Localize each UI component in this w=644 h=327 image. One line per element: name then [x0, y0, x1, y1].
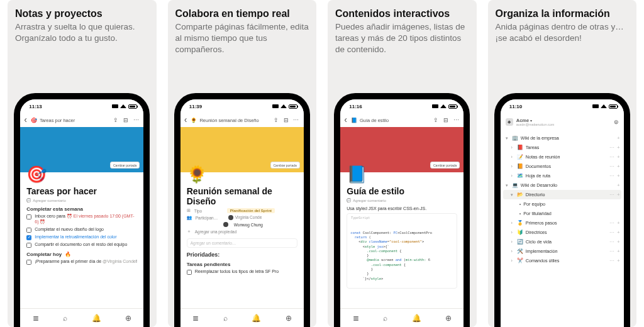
change-cover-button[interactable]: Cambiar portada: [270, 162, 300, 169]
checkbox[interactable]: [26, 228, 31, 233]
add-icon[interactable]: +: [617, 164, 620, 169]
home-icon[interactable]: ≣: [33, 314, 39, 323]
add-icon[interactable]: +: [617, 239, 620, 245]
search-icon[interactable]: ⌕: [383, 314, 387, 323]
notifications-icon[interactable]: 🔔: [252, 314, 261, 323]
checkbox-checked[interactable]: [26, 235, 31, 240]
comments-icon[interactable]: ⊟: [282, 116, 290, 124]
add-icon[interactable]: +: [617, 154, 620, 160]
more-icon[interactable]: ⋯: [609, 220, 614, 226]
more-icon[interactable]: ⋯: [609, 192, 614, 197]
todo-item[interactable]: Completar el nuevo diseño del logo: [26, 227, 137, 233]
add-property-link[interactable]: ＋Agregar una propiedad: [187, 229, 297, 235]
add-icon[interactable]: +: [617, 220, 620, 226]
checkbox[interactable]: [187, 270, 192, 275]
more-icon[interactable]: ⋯: [609, 145, 614, 150]
home-icon[interactable]: ≣: [353, 314, 359, 323]
cover-banner[interactable]: Cambiar portada 🌻: [180, 127, 304, 172]
chevron-right-icon[interactable]: ›: [509, 230, 514, 235]
chevron-down-icon[interactable]: ▾: [504, 136, 509, 141]
change-cover-button[interactable]: Cambiar portada: [430, 162, 460, 169]
new-page-icon[interactable]: ⊕: [125, 314, 131, 323]
more-icon[interactable]: ⋯: [609, 154, 614, 160]
tree-subitem[interactable]: Por equipo: [503, 199, 621, 209]
title-bar[interactable]: 🎯 Tareas por hacer ⇪ ⊟ ⋯: [20, 113, 143, 127]
share-icon[interactable]: ⇪: [432, 116, 440, 124]
tree-item[interactable]: › 🔄 Ciclo de vida ⋯+: [503, 237, 621, 247]
add-icon[interactable]: +: [617, 248, 620, 254]
new-page-icon[interactable]: ⊕: [445, 314, 452, 323]
tree-group[interactable]: ▾ 💻 Wiki de Desarrollo +: [503, 180, 621, 190]
notifications-icon[interactable]: 🔔: [92, 314, 101, 323]
code-block[interactable]: TypeScript const CoolComponent: FC<CoolC…: [347, 213, 457, 289]
change-cover-button[interactable]: Cambiar portada: [110, 162, 140, 169]
chevron-right-icon[interactable]: ›: [509, 249, 514, 253]
share-icon[interactable]: ⇪: [112, 116, 119, 124]
add-comment-link[interactable]: 💬 Agregar comentario: [347, 198, 457, 202]
cover-banner[interactable]: Cambiar portada 📘: [340, 127, 464, 172]
tree-item[interactable]: › 🔰 Directrices ⋯+: [503, 228, 621, 237]
page-emoji-icon[interactable]: 🌻: [187, 166, 207, 182]
more-icon[interactable]: ⋯: [292, 116, 300, 124]
tree-item[interactable]: › 🛠️ Implementación ⋯+: [503, 247, 621, 256]
todo-item[interactable]: Inbox cero para ⏰ El viernes pasado 17:0…: [26, 214, 137, 225]
property-row-participants[interactable]: 👥Participan… Virginia Conde: [187, 215, 297, 220]
tree-subitem[interactable]: Por titularidad: [503, 209, 621, 218]
property-row-type[interactable]: ⊞Tipo Planificación del Sprint: [187, 208, 297, 213]
add-icon[interactable]: +: [617, 230, 620, 235]
tree-item-selected[interactable]: ▾ 📂 Directorio ⋯+: [503, 190, 621, 199]
type-chip[interactable]: Planificación del Sprint: [227, 208, 275, 213]
search-icon[interactable]: ⌕: [223, 314, 228, 323]
share-icon[interactable]: ⇪: [272, 116, 280, 124]
title-bar[interactable]: 🌻 Reunión semanal de Diseño ⇪ ⊟ ⋯: [180, 113, 304, 127]
add-icon[interactable]: +: [617, 135, 620, 141]
participant-row[interactable]: Wonwog Chung: [187, 222, 297, 227]
chevron-right-icon[interactable]: ›: [509, 221, 514, 225]
todo-item[interactable]: Implementar la retroalimentación del col…: [26, 235, 137, 240]
cover-banner[interactable]: Cambiar portada 🎯: [20, 127, 143, 172]
comment-input[interactable]: Agregar un comentario…: [187, 238, 297, 248]
checkbox[interactable]: [26, 260, 31, 265]
todo-item[interactable]: Reemplazar todos los tipos de letra SF P…: [187, 269, 297, 275]
new-page-icon[interactable]: ⊕: [286, 314, 292, 323]
chevron-down-icon[interactable]: ▾: [504, 183, 509, 188]
tree-group[interactable]: ▾ 🏢 Wiki de la empresa +: [503, 133, 621, 143]
chevron-down-icon[interactable]: ▾: [509, 192, 514, 197]
workspace-header[interactable]: ◆ Acme ▾ austin@makenotion.com ⊜: [501, 113, 624, 131]
chevron-right-icon[interactable]: ›: [509, 155, 514, 159]
tree-item[interactable]: › ✂️ Comandos útiles ⋯+: [503, 256, 621, 265]
breadcrumb-title[interactable]: Guía de estilo: [360, 118, 430, 123]
todo-item[interactable]: Compartir el documento con el resto del …: [26, 242, 137, 248]
more-icon[interactable]: ⋯: [609, 230, 614, 235]
add-icon[interactable]: +: [617, 173, 620, 179]
add-icon[interactable]: +: [617, 258, 620, 263]
chevron-right-icon[interactable]: ›: [509, 240, 514, 244]
add-comment-link[interactable]: 💬 Agregar comentario: [26, 198, 137, 202]
todo-item[interactable]: ¡Prepararme para el primer día de @Virgi…: [26, 259, 137, 265]
page-emoji-icon[interactable]: 🎯: [26, 166, 47, 182]
breadcrumb-title[interactable]: Tareas por hacer: [40, 118, 109, 123]
more-icon[interactable]: ⋯: [132, 116, 140, 124]
breadcrumb-title[interactable]: Reunión semanal de Diseño: [199, 118, 269, 123]
add-icon[interactable]: +: [617, 145, 620, 150]
comments-icon[interactable]: ⊟: [442, 116, 450, 124]
tree-item[interactable]: › 🥇 Primeros pasos ⋯+: [503, 218, 621, 228]
add-icon[interactable]: +: [617, 182, 620, 188]
comments-icon[interactable]: ⊟: [122, 116, 130, 124]
chevron-right-icon[interactable]: ›: [509, 174, 514, 178]
search-icon[interactable]: ⌕: [63, 314, 67, 323]
checkbox[interactable]: [26, 243, 31, 248]
chevron-right-icon[interactable]: ›: [509, 164, 514, 169]
notifications-icon[interactable]: 🔔: [412, 314, 421, 323]
home-icon[interactable]: ≣: [192, 314, 199, 323]
chevron-right-icon[interactable]: ›: [509, 145, 514, 150]
tree-item[interactable]: › 📙 Documentos ⋯+: [503, 162, 621, 171]
chevron-right-icon[interactable]: ›: [509, 258, 514, 263]
tree-item[interactable]: › 📝 Notas de reunión ⋯+: [503, 152, 621, 162]
workspace-menu-icon[interactable]: ⊜: [613, 118, 620, 126]
more-icon[interactable]: ⋯: [609, 239, 614, 245]
page-emoji-icon[interactable]: 📘: [347, 166, 367, 182]
more-icon[interactable]: ⋯: [452, 116, 460, 124]
tree-item[interactable]: › 🗺️ Hoja de ruta ⋯+: [503, 171, 621, 180]
add-icon[interactable]: +: [617, 192, 620, 197]
